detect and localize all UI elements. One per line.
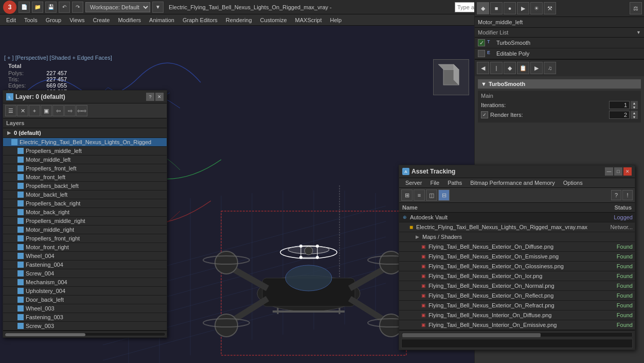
asset-minimize-btn[interactable]: — — [605, 167, 613, 176]
panel-tab-display[interactable]: ☀ — [530, 2, 543, 14]
modifier-list-bar[interactable]: Modifier List ▼ — [475, 28, 644, 38]
menu-modifiers[interactable]: Modifiers — [114, 16, 145, 24]
layer-list-item[interactable]: ◉Motor_middle_right — [3, 226, 167, 234]
asset-close-btn[interactable]: ✕ — [623, 167, 632, 176]
undo-btn[interactable]: ↶ — [59, 2, 70, 13]
layer-list-item[interactable]: ◉Wheel_004 — [3, 252, 167, 261]
asset-menu-file[interactable]: File — [426, 178, 443, 187]
layer-tool-add[interactable]: + — [29, 105, 40, 116]
layer-list-item[interactable]: ◉Motor_front_right — [3, 243, 167, 252]
layer-list-item[interactable]: ◉Screw_004 — [3, 269, 167, 278]
layer-list-item[interactable]: ◉Motor_backt_left — [3, 191, 167, 199]
layer-list-item[interactable]: ◉Propellers_back_right — [3, 199, 167, 208]
panel-tool-5[interactable]: ▶ — [530, 62, 543, 74]
render-iters-input[interactable] — [609, 111, 630, 119]
layer-list-item[interactable]: ▶0 (default) — [3, 128, 167, 138]
asset-menu-server[interactable]: Server — [401, 178, 426, 187]
layer-tool-list[interactable]: ☰ — [5, 105, 16, 116]
layer-panel-close[interactable]: ✕ — [155, 93, 164, 101]
panel-tool-1[interactable]: ◀ — [477, 62, 489, 74]
layer-list-item[interactable]: ◉Electric_Flying_Taxi_Bell_Nexus_Lights_… — [3, 138, 167, 147]
asset-tool-4[interactable]: ⊟ — [438, 189, 450, 201]
workspace-select[interactable]: Workspace: Default — [85, 2, 150, 12]
render-iters-checkbox[interactable]: ✓ — [481, 111, 488, 118]
layer-list-item[interactable]: ◉Propellers_backt_left — [3, 182, 167, 191]
layer-list-item[interactable]: ◉Screw_003 — [3, 322, 167, 331]
asset-list[interactable]: ⊕Autodesk VaultLogged◼Electric_Flying_Ta… — [399, 213, 635, 330]
mod-check-turbosmooth[interactable]: ✓ — [478, 39, 485, 46]
menu-tools[interactable]: Tools — [20, 16, 42, 24]
layer-list-item[interactable]: ◉Wheel_003 — [3, 304, 167, 313]
mod-check-editablepoly[interactable] — [478, 50, 485, 57]
workspace-dropdown-btn[interactable]: ▼ — [152, 2, 164, 13]
layer-list-item[interactable]: ◉Propellers_middle_right — [3, 217, 167, 226]
panel-tab-modify[interactable]: ■ — [490, 2, 503, 14]
asset-menu-paths[interactable]: Paths — [443, 178, 466, 187]
layer-list[interactable]: ▶0 (default)◉Electric_Flying_Taxi_Bell_N… — [3, 128, 167, 331]
asset-tool-1[interactable]: ⊞ — [401, 189, 413, 201]
panel-tab-create[interactable]: ◆ — [477, 2, 489, 14]
menu-help[interactable]: Help — [326, 16, 346, 24]
asset-menu-bitmap[interactable]: Bitmap Performance and Memory — [466, 178, 559, 187]
viewport-navcube[interactable] — [433, 59, 469, 95]
menu-maxscript[interactable]: MAXScript — [291, 16, 326, 24]
asset-list-item[interactable]: ▣Flying_Taxi_Bell_Nexus_Interior_On_Diff… — [399, 310, 635, 320]
open-btn[interactable]: 📁 — [32, 2, 43, 13]
layer-list-item[interactable]: ◉Propellers_front_left — [3, 164, 167, 173]
iterations-down[interactable]: ▼ — [631, 105, 638, 109]
asset-list-item[interactable]: ▶Maps / Shaders — [399, 232, 635, 242]
panel-tab-utilities[interactable]: ⚒ — [544, 2, 556, 14]
layer-scrollbar-thumb[interactable] — [5, 333, 85, 336]
asset-list-item[interactable]: ▣Flying_Taxi_Bell_Nexus_Exterior_On_Diff… — [399, 242, 635, 252]
menu-rendering[interactable]: Rendering — [222, 16, 256, 24]
panel-extra-icon1[interactable]: ⚖ — [630, 2, 642, 14]
layer-panel-question[interactable]: ? — [146, 93, 154, 101]
asset-menu-options[interactable]: Options — [559, 178, 587, 187]
asset-list-item[interactable]: ▣Flying_Taxi_Bell_Nexus_Exterior_On_Refr… — [399, 301, 635, 310]
asset-list-item[interactable]: ▣Flying_Taxi_Bell_Nexus_Exterior_On_Ior.… — [399, 271, 635, 281]
layer-list-item[interactable]: ◉Mechanism_004 — [3, 278, 167, 287]
menu-customize[interactable]: Customize — [256, 16, 291, 24]
layer-list-item[interactable]: ◉Upholstery_004 — [3, 287, 167, 296]
asset-restore-btn[interactable]: □ — [614, 167, 622, 176]
asset-list-item[interactable]: ▣Flying_Taxi_Bell_Nexus_Exterior_On_Glos… — [399, 262, 635, 271]
menu-animation[interactable]: Animation — [145, 16, 178, 24]
layer-list-item[interactable]: ◉Propellers_middle_left — [3, 147, 167, 155]
panel-tool-6[interactable]: ♫ — [544, 62, 556, 74]
layer-tool-select[interactable]: ▣ — [41, 105, 52, 116]
layer-tool-filter1[interactable]: ⇦ — [52, 105, 64, 116]
menu-graph-editors[interactable]: Graph Editors — [178, 16, 222, 24]
modifier-item-editablepoly[interactable]: E Editable Poly — [475, 48, 644, 59]
menu-create[interactable]: Create — [88, 16, 114, 24]
asset-list-item[interactable]: ⊕Autodesk VaultLogged — [399, 213, 635, 222]
layer-list-item[interactable]: ◉Fastening_004 — [3, 261, 167, 269]
panel-tab-motion[interactable]: ▶ — [517, 2, 529, 14]
layer-list-item[interactable]: ◉Propellers_front_right — [3, 234, 167, 243]
layer-tool-filter3[interactable]: ⇦⇨ — [76, 105, 87, 116]
layer-tool-filter2[interactable]: ⇨ — [64, 105, 76, 116]
layer-tool-delete[interactable]: ✕ — [17, 105, 28, 116]
render-iters-up[interactable]: ▲ — [631, 111, 638, 115]
panel-tool-4[interactable]: 📋 — [517, 62, 529, 74]
layer-list-item[interactable]: ◉Motor_middle_left — [3, 155, 167, 164]
render-iters-down[interactable]: ▼ — [631, 115, 638, 119]
asset-tool-3[interactable]: ◫ — [426, 189, 437, 201]
asset-scrollbar-thumb[interactable] — [402, 333, 541, 337]
menu-edit[interactable]: Edit — [2, 16, 20, 24]
asset-list-item[interactable]: ▣Flying_Taxi_Bell_Nexus_Exterior_On_Emis… — [399, 252, 635, 262]
layer-list-item[interactable]: ◉Motor_back_right — [3, 208, 167, 217]
panel-tab-hierarchy[interactable]: ● — [504, 2, 516, 14]
layer-list-item[interactable]: ◉Fastening_003 — [3, 313, 167, 322]
menu-group[interactable]: Group — [42, 16, 66, 24]
new-btn[interactable]: 📄 — [19, 2, 30, 13]
asset-list-item[interactable]: ◼Electric_Flying_Taxi_Bell_Nexus_Lights_… — [399, 222, 635, 232]
layer-list-item[interactable]: ◉Motor_front_left — [3, 173, 167, 182]
asset-list-item[interactable]: ▣Flying_Taxi_Bell_Nexus_Interior_On_Emis… — [399, 320, 635, 330]
asset-tool-2[interactable]: ≡ — [414, 189, 425, 201]
menu-views[interactable]: Views — [65, 16, 88, 24]
save-btn[interactable]: 💾 — [45, 2, 57, 13]
redo-btn[interactable]: ↷ — [72, 2, 83, 13]
asset-list-item[interactable]: ▣Flying_Taxi_Bell_Nexus_Exterior_On_Refl… — [399, 291, 635, 301]
layer-list-item[interactable]: ◉Door_back_left — [3, 296, 167, 304]
panel-tool-3[interactable]: ◆ — [504, 62, 516, 74]
